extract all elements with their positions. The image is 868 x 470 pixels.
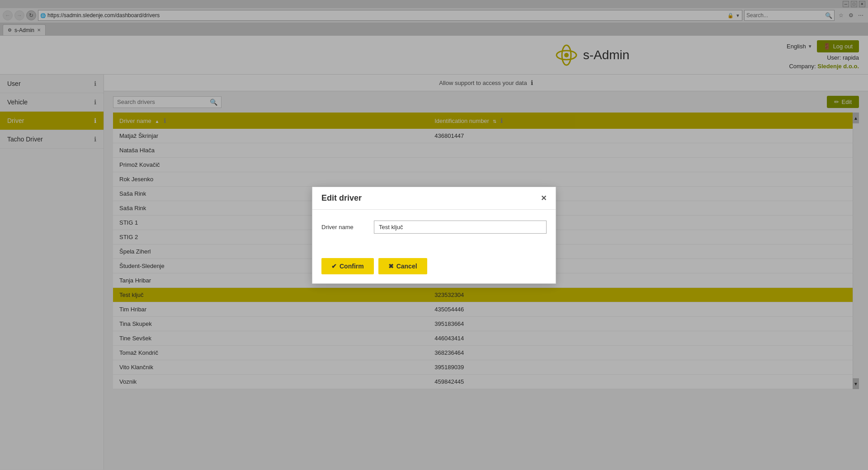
confirm-label: Confirm (340, 263, 364, 270)
cancel-label: Cancel (396, 263, 417, 270)
modal-overlay: Edit driver ✕ Driver name ✔ Confirm (104, 75, 868, 470)
main-content: User ℹ Vehicle ℹ Driver ℹ Tacho Driver ℹ… (0, 75, 868, 470)
driver-name-input[interactable] (374, 221, 547, 234)
modal-body: Driver name (312, 210, 556, 254)
edit-driver-modal: Edit driver ✕ Driver name ✔ Confirm (312, 187, 556, 284)
app-wrapper: s-Admin English ▼ 🚪 Log out User: rapida… (0, 36, 868, 470)
modal-footer: ✔ Confirm ✖ Cancel (312, 254, 556, 283)
page-content: Allow support to access your data ℹ 🔍 ✏ … (104, 75, 868, 470)
confirm-check-icon: ✔ (331, 263, 337, 270)
modal-title: Edit driver (321, 193, 362, 203)
cancel-x-icon: ✖ (388, 263, 394, 270)
driver-name-row: Driver name (321, 221, 547, 234)
driver-name-label: Driver name (321, 224, 367, 230)
modal-close-button[interactable]: ✕ (541, 194, 547, 202)
cancel-button[interactable]: ✖ Cancel (378, 258, 427, 274)
modal-header: Edit driver ✕ (312, 187, 556, 210)
confirm-button[interactable]: ✔ Confirm (321, 258, 374, 274)
